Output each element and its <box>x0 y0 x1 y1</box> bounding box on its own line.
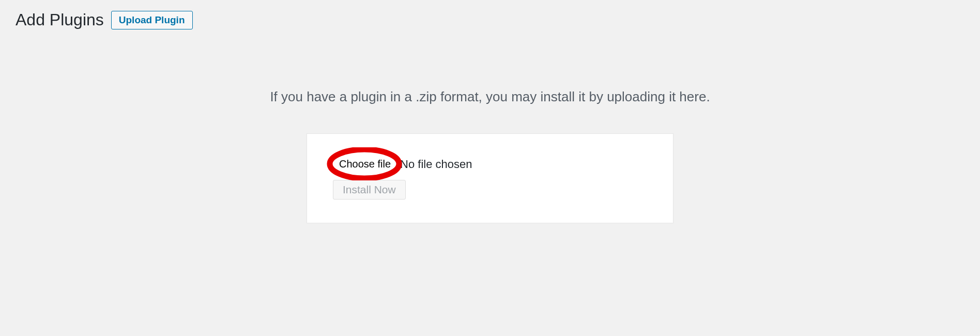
choose-file-wrapper: Choose file <box>333 155 397 174</box>
header-row: Add Plugins Upload Plugin <box>16 10 964 29</box>
install-now-button[interactable]: Install Now <box>333 180 406 200</box>
page-title: Add Plugins <box>16 10 104 29</box>
no-file-chosen-text: No file chosen <box>400 158 472 171</box>
upload-description: If you have a plugin in a .zip format, y… <box>270 89 710 105</box>
main-area: If you have a plugin in a .zip format, y… <box>16 60 964 223</box>
upload-panel: Choose file No file chosen Install Now <box>307 133 673 223</box>
file-input-row: Choose file No file chosen <box>333 155 647 174</box>
choose-file-button[interactable]: Choose file <box>333 155 397 174</box>
upload-plugin-button[interactable]: Upload Plugin <box>111 11 193 29</box>
